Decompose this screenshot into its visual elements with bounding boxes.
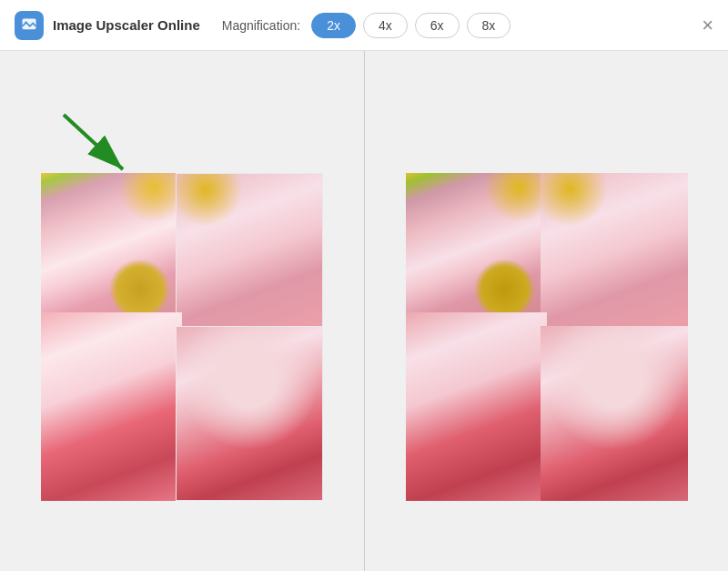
- upscaled-image-container: [406, 173, 688, 501]
- up-tile-tr: [541, 173, 688, 332]
- main-content: Original: 284*177 *354: [0, 51, 728, 571]
- magnification-label: Magnification:: [222, 18, 300, 33]
- magnification-buttons: 2x 4x 6x 8x: [311, 13, 511, 38]
- orig-tile-tl: [41, 173, 182, 319]
- original-image-container: [41, 173, 323, 501]
- svg-line-3: [64, 115, 123, 169]
- logo-icon: [20, 16, 38, 35]
- orig-tile-tr: [176, 173, 323, 332]
- app-title: Image Upscaler Online: [53, 17, 200, 33]
- orig-tile-br: [176, 326, 323, 501]
- orig-tile-bl: [41, 312, 182, 501]
- right-panel: *354: [364, 51, 728, 571]
- mag-btn-6x[interactable]: 6x: [415, 13, 460, 38]
- app-header: Image Upscaler Online Magnification: 2x …: [0, 0, 728, 51]
- mag-btn-8x[interactable]: 8x: [467, 13, 511, 38]
- mag-btn-2x[interactable]: 2x: [311, 13, 356, 38]
- app-logo: [15, 11, 44, 40]
- close-button[interactable]: ×: [702, 15, 713, 36]
- up-tile-tl: [406, 173, 547, 319]
- left-panel: Original: 284*177: [0, 51, 364, 571]
- mag-btn-4x[interactable]: 4x: [363, 13, 408, 38]
- up-tile-br: [541, 326, 688, 501]
- up-tile-bl: [406, 312, 547, 501]
- svg-point-1: [25, 21, 27, 24]
